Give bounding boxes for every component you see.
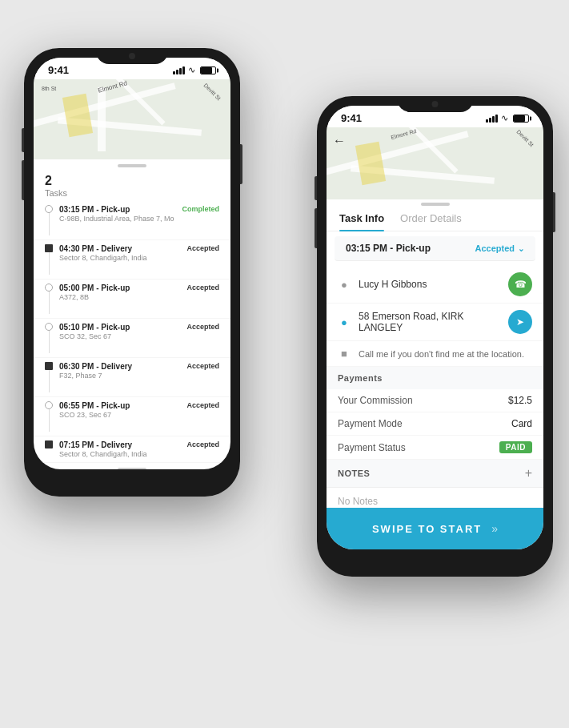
task-list: 03:15 PM - Pick-up Completed C-98B, Indu…	[34, 201, 230, 463]
map-1: 8th St Elmont Rd Devitt St	[34, 79, 230, 159]
task-content-4: 05:10 PM - Pick-up Accepted SCO 32, Sec …	[59, 323, 219, 340]
time-1: 9:41	[48, 64, 69, 76]
customer-name: Lucy H Gibbons	[359, 279, 500, 290]
signal-icon	[173, 66, 185, 74]
tab-task-info[interactable]: Task Info	[339, 212, 384, 231]
circle-icon-3	[45, 284, 53, 292]
payment-mode-value: Card	[511, 418, 532, 429]
task-addr-1: C-98B, Industrial Area, Phase 7, Mo	[59, 215, 219, 223]
note-text: Call me if you don't find me at the loca…	[359, 349, 532, 359]
phone-1: 9:41 ∿	[24, 48, 240, 497]
square-icon-5	[45, 362, 53, 370]
task-addr-7: Sector 8, Chandigarh, India	[59, 450, 219, 458]
drag-bar-bottom-1	[118, 468, 146, 469]
camera-1	[129, 53, 135, 59]
camera-2	[432, 101, 439, 107]
task-item-1[interactable]: 03:15 PM - Pick-up Completed C-98B, Indu…	[34, 201, 230, 240]
commission-label: Your Commission	[338, 395, 413, 406]
wifi-icon: ∿	[188, 65, 195, 75]
location-icon: ●	[338, 316, 351, 328]
message-icon: ■	[338, 348, 351, 360]
time-2: 9:41	[341, 112, 362, 124]
customer-row: ● Lucy H Gibbons ☎	[327, 266, 543, 304]
status-icons-1: ∿	[173, 65, 216, 75]
task-content-5: 06:30 PM - Delivery Accepted F32, Phase …	[59, 362, 219, 380]
commission-row: Your Commission $12.5	[327, 389, 543, 412]
screen-2: 9:41 ∿	[327, 106, 543, 549]
payment-status-row: Payment Status PAID	[327, 436, 543, 460]
status-icons-2: ∿	[486, 113, 529, 123]
navigate-button[interactable]: ➤	[508, 310, 532, 334]
task-item-3[interactable]: 05:00 PM - Pick-up Accepted A372, 8B	[34, 280, 230, 319]
task-title-2: 04:30 PM - Delivery Accepted	[59, 244, 219, 253]
task-status[interactable]: Accepted ⌄	[475, 243, 524, 253]
indicator-4	[45, 323, 53, 353]
circle-icon-4	[45, 323, 53, 331]
task-count: 2	[45, 174, 219, 188]
indicator-5	[45, 362, 53, 392]
notch-2	[397, 96, 473, 112]
square-icon-7	[45, 440, 53, 448]
indicator-6	[45, 401, 53, 432]
payment-status-label: Payment Status	[338, 442, 406, 453]
swipe-label: SWIPE TO START	[372, 523, 482, 535]
circle-icon-1	[45, 205, 53, 213]
battery-icon-2	[513, 115, 529, 123]
circle-icon-6	[45, 401, 53, 409]
swipe-arrows-icon: »	[491, 522, 498, 535]
task-content-1: 03:15 PM - Pick-up Completed C-98B, Indu…	[59, 205, 219, 223]
signal-icon-2	[486, 115, 498, 123]
task-addr-4: SCO 32, Sec 67	[59, 332, 219, 340]
task-content-2: 04:30 PM - Delivery Accepted Sector 8, C…	[59, 244, 219, 262]
task-addr-5: F32, Phase 7	[59, 372, 219, 380]
payment-mode-label: Payment Mode	[338, 418, 403, 429]
map-2: Elmont Rd Devitt St ←	[327, 127, 543, 199]
phone-2: 9:41 ∿	[317, 96, 553, 577]
indicator-2	[45, 244, 53, 275]
task-addr-6: SCO 23, Sec 67	[59, 411, 219, 419]
task-content-6: 06:55 PM - Pick-up Accepted SCO 23, Sec …	[59, 401, 219, 419]
indicator-1	[45, 205, 53, 235]
task-label: Tasks	[45, 188, 67, 198]
indicator-7	[45, 440, 53, 448]
task-title-6: 06:55 PM - Pick-up Accepted	[59, 401, 219, 410]
task-item-6[interactable]: 06:55 PM - Pick-up Accepted SCO 23, Sec …	[34, 397, 230, 436]
wifi-icon-2: ∿	[501, 113, 508, 123]
navigate-icon: ➤	[516, 316, 524, 328]
task-title-7: 07:15 PM - Delivery Accepted	[59, 440, 219, 449]
back-button[interactable]: ←	[333, 134, 346, 148]
task-title-5: 06:30 PM - Delivery Accepted	[59, 362, 219, 371]
battery-icon	[200, 66, 216, 74]
payment-mode-row: Payment Mode Card	[327, 412, 543, 436]
task-info-row: 03:15 PM - Pick-up Accepted ⌄	[335, 236, 535, 261]
call-button[interactable]: ☎	[508, 272, 532, 296]
commission-value: $12.5	[508, 395, 532, 406]
task-addr-3: A372, 8B	[59, 293, 219, 301]
notes-section: NOTES +	[327, 460, 543, 488]
person-icon: ●	[338, 279, 351, 291]
task-status-text: Accepted	[475, 243, 515, 253]
note-row: ■ Call me if you don't find me at the lo…	[327, 341, 543, 367]
task-item-7[interactable]: 07:15 PM - Delivery Accepted Sector 8, C…	[34, 436, 230, 463]
task-list-header: 2 Tasks	[34, 167, 230, 201]
swipe-to-start-button[interactable]: SWIPE TO START »	[327, 508, 543, 549]
task-content-3: 05:00 PM - Pick-up Accepted A372, 8B	[59, 284, 219, 301]
task-item-4[interactable]: 05:10 PM - Pick-up Accepted SCO 32, Sec …	[34, 319, 230, 358]
add-note-button[interactable]: +	[525, 466, 532, 481]
task-title-3: 05:00 PM - Pick-up Accepted	[59, 284, 219, 292]
task-content-7: 07:15 PM - Delivery Accepted Sector 8, C…	[59, 440, 219, 458]
task-item-2[interactable]: 04:30 PM - Delivery Accepted Sector 8, C…	[34, 240, 230, 280]
notch-1	[96, 48, 168, 64]
paid-badge: PAID	[499, 441, 532, 453]
square-icon-2	[45, 244, 53, 252]
task-time-label: 03:15 PM - Pick-up	[346, 243, 431, 254]
notes-label: NOTES	[338, 469, 370, 478]
indicator-3	[45, 284, 53, 314]
address-text: 58 Emerson Road, KIRK LANGLEY	[359, 311, 500, 333]
address-row: ● 58 Emerson Road, KIRK LANGLEY ➤	[327, 304, 543, 341]
tabs: Task Info Order Details	[327, 206, 543, 231]
tab-order-details[interactable]: Order Details	[400, 212, 462, 231]
task-item-5[interactable]: 06:30 PM - Delivery Accepted F32, Phase …	[34, 358, 230, 397]
payments-section-header: Payments	[327, 367, 543, 389]
task-title-4: 05:10 PM - Pick-up Accepted	[59, 323, 219, 332]
